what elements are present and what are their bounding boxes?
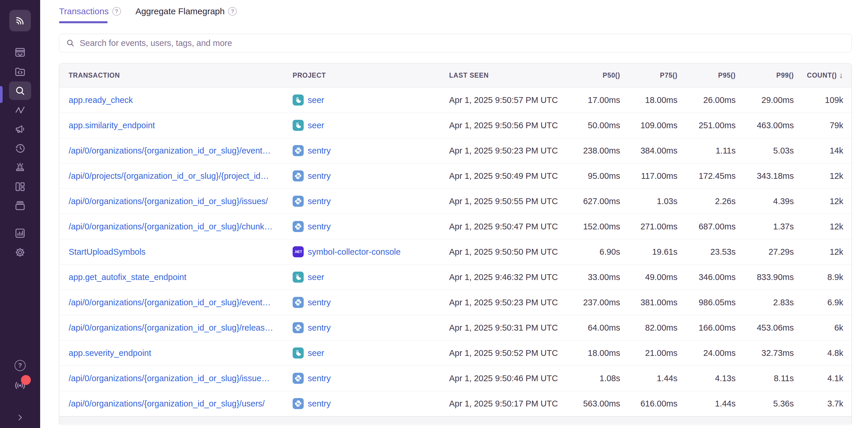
count-cell: 12k xyxy=(794,247,851,257)
history-clock-icon xyxy=(14,142,26,154)
search-bar xyxy=(59,34,852,52)
transaction-link[interactable]: /api/0/organizations/{organization_id_or… xyxy=(69,399,265,408)
sidebar-item-dashboards[interactable] xyxy=(9,177,31,196)
last-seen-cell: Apr 1, 2025 9:46:32 PM UTC xyxy=(440,272,574,282)
last-seen-cell: Apr 1, 2025 9:50:56 PM UTC xyxy=(440,121,574,130)
project-cell: sentry xyxy=(283,322,440,333)
transaction-cell: StartUploadSymbols xyxy=(59,247,283,257)
main-content: Transactions ? Aggregate Flamegraph ? TR… xyxy=(40,0,868,428)
python-icon xyxy=(294,399,303,408)
column-header-count[interactable]: COUNT()↓ xyxy=(794,71,851,80)
transaction-link[interactable]: /api/0/organizations/{organization_id_or… xyxy=(69,298,271,307)
table-row: /api/0/organizations/{organization_id_or… xyxy=(59,290,851,315)
column-header-transaction[interactable]: TRANSACTION xyxy=(59,71,283,79)
project-icon xyxy=(292,196,304,207)
sentry-logo[interactable] xyxy=(9,10,31,31)
sidebar-item-stats[interactable] xyxy=(9,224,31,242)
transaction-link[interactable]: /api/0/organizations/{organization_id_or… xyxy=(69,146,271,156)
project-link[interactable]: sentry xyxy=(308,222,331,231)
column-header-project[interactable]: PROJECT xyxy=(283,71,440,79)
transaction-link[interactable]: /api/0/organizations/{organization_id_or… xyxy=(69,197,268,206)
tab-transactions-label: Transactions xyxy=(59,6,109,16)
transaction-link[interactable]: /api/0/projects/{organization_id_or_slug… xyxy=(69,171,269,181)
transaction-link[interactable]: app.ready_check xyxy=(69,95,133,105)
table-row: app.get_autofix_state_endpoint seer Apr … xyxy=(59,265,851,290)
sidebar-item-issues[interactable] xyxy=(9,43,31,62)
column-header-lastseen[interactable]: LAST SEEN xyxy=(440,71,574,79)
p75-cell: 18.00ms xyxy=(620,95,678,105)
project-link[interactable]: sentry xyxy=(308,171,331,181)
transaction-link[interactable]: app.get_autofix_state_endpoint xyxy=(69,272,186,282)
project-icon xyxy=(292,373,304,384)
help-icon[interactable]: ? xyxy=(14,360,26,371)
column-header-p50[interactable]: P50() xyxy=(574,71,620,79)
sidebar-item-releases[interactable] xyxy=(9,197,31,215)
sidebar-item-feedback[interactable] xyxy=(9,120,31,138)
tab-transactions[interactable]: Transactions ? xyxy=(59,6,121,25)
table-row: /api/0/organizations/{organization_id_or… xyxy=(59,138,851,163)
archive-box-icon xyxy=(14,200,26,212)
p50-cell: 563.00ms xyxy=(574,399,620,408)
transaction-cell: /api/0/organizations/{organization_id_or… xyxy=(59,323,283,333)
table-row: /api/0/organizations/{organization_id_or… xyxy=(59,214,851,239)
p50-cell: 627.00ms xyxy=(574,197,620,206)
column-header-p75[interactable]: P75() xyxy=(620,71,678,79)
whats-new-button[interactable] xyxy=(13,378,27,393)
column-header-p99[interactable]: P99() xyxy=(736,71,794,79)
p99-cell: 27.29s xyxy=(736,247,794,257)
transaction-link[interactable]: /api/0/organizations/{organization_id_or… xyxy=(69,323,273,333)
search-icon xyxy=(66,38,75,48)
p75-cell: 381.00ms xyxy=(620,298,678,307)
transaction-link[interactable]: /api/0/organizations/{organization_id_or… xyxy=(69,222,273,231)
p95-cell: 172.45ms xyxy=(678,171,736,181)
search-input[interactable] xyxy=(80,38,845,48)
project-link[interactable]: sentry xyxy=(308,298,331,307)
project-link[interactable]: seer xyxy=(308,121,324,130)
project-cell: sentry xyxy=(283,145,440,156)
transaction-cell: app.similarity_endpoint xyxy=(59,121,283,130)
transaction-link[interactable]: app.similarity_endpoint xyxy=(69,121,155,130)
column-header-label: P75() xyxy=(660,71,678,79)
project-link[interactable]: sentry xyxy=(308,399,331,408)
p99-cell: 453.06ms xyxy=(736,323,794,333)
sidebar-expand-button[interactable] xyxy=(15,412,25,424)
sidebar: ? xyxy=(0,0,40,428)
tab-aggregate-flamegraph[interactable]: Aggregate Flamegraph ? xyxy=(135,6,237,25)
tab-aggregate-flamegraph-help-icon[interactable]: ? xyxy=(228,7,237,16)
p75-cell: 109.00ms xyxy=(620,121,678,130)
p75-cell: 384.00ms xyxy=(620,146,678,156)
transaction-link[interactable]: /api/0/organizations/{organization_id_or… xyxy=(69,374,270,383)
count-cell: 109k xyxy=(794,95,851,105)
transaction-cell: /api/0/organizations/{organization_id_or… xyxy=(59,374,283,383)
table-row: StartUploadSymbols .NET symbol-collector… xyxy=(59,239,851,265)
project-link[interactable]: seer xyxy=(308,348,324,358)
p75-cell: 1.44s xyxy=(620,374,678,383)
project-link[interactable]: seer xyxy=(308,272,324,282)
project-link[interactable]: symbol-collector-console xyxy=(308,247,401,257)
project-cell: sentry xyxy=(283,221,440,232)
project-link[interactable]: sentry xyxy=(308,323,331,333)
sidebar-item-replays[interactable] xyxy=(9,139,31,158)
sidebar-item-traces[interactable] xyxy=(9,101,31,119)
tab-transactions-help-icon[interactable]: ? xyxy=(112,7,121,16)
project-icon xyxy=(292,95,304,105)
project-link[interactable]: seer xyxy=(308,95,324,105)
last-seen-cell: Apr 1, 2025 9:50:46 PM UTC xyxy=(440,374,574,383)
project-link[interactable]: sentry xyxy=(308,374,331,383)
last-seen-cell: Apr 1, 2025 9:50:47 PM UTC xyxy=(440,222,574,231)
transaction-link[interactable]: app.severity_endpoint xyxy=(69,348,151,358)
transaction-link[interactable]: StartUploadSymbols xyxy=(69,247,146,257)
table-row: app.similarity_endpoint seer Apr 1, 2025… xyxy=(59,113,851,138)
sidebar-item-settings[interactable] xyxy=(9,243,31,262)
project-link[interactable]: sentry xyxy=(308,146,331,156)
project-link[interactable]: sentry xyxy=(308,197,331,206)
project-icon: .NET xyxy=(292,246,304,257)
sidebar-item-alerts[interactable] xyxy=(9,158,31,177)
sidebar-item-search[interactable] xyxy=(9,81,31,100)
column-header-p95[interactable]: P95() xyxy=(678,71,736,79)
sidebar-item-explore[interactable] xyxy=(9,62,31,81)
python-icon xyxy=(294,298,303,307)
p95-cell: 251.00ms xyxy=(678,121,736,130)
transaction-cell: /api/0/organizations/{organization_id_or… xyxy=(59,146,283,156)
project-cell: seer xyxy=(283,95,440,105)
